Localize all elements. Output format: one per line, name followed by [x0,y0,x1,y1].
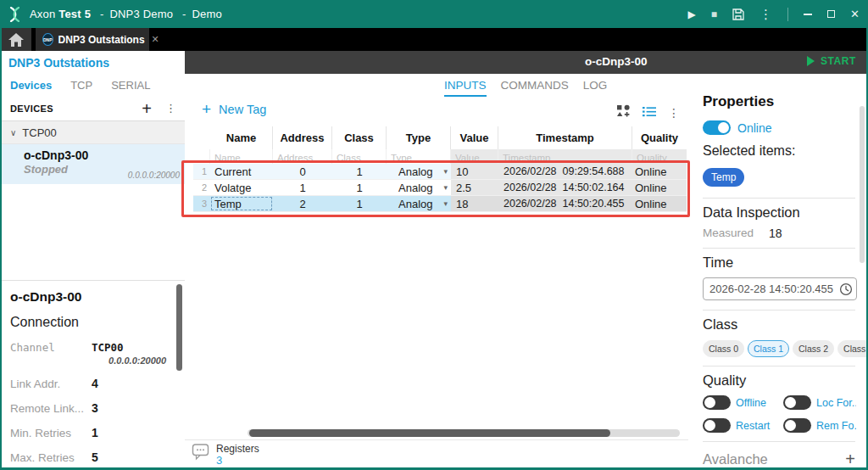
table-row[interactable]: 2 Volatge 1 1 Analog▾ 2.5 2026/02/28 14:… [193,180,687,196]
cell-name[interactable]: Volatge [210,180,273,195]
measured-value: 18 [769,227,782,240]
offline-toggle[interactable] [703,395,731,410]
loc-forced-toggle[interactable] [783,395,811,410]
tab-inputs[interactable]: INPUTS [444,79,487,97]
cell-class[interactable]: 1 [332,180,387,195]
titlebar-separator [787,8,788,21]
class-1-chip-selected[interactable]: Class 1 [748,340,789,357]
start-button[interactable]: START [807,55,856,67]
maximize-button[interactable] [827,10,835,18]
chevron-down-icon[interactable]: ∨ [10,128,16,137]
tab-dnp3-outstations[interactable]: DNP DNP3 Outstations ✕ [36,28,149,51]
run-button[interactable]: ▶ [688,9,696,20]
registers-table: Name Address Class Type Value Timestamp … [193,126,687,212]
menu-kebab-button[interactable]: ⋮ [760,8,772,20]
devices-header-label: DEVICES [10,104,53,114]
properties-scrollbar[interactable] [860,106,865,263]
cell-type-dropdown[interactable]: Analog▾ [387,164,451,179]
cell-type-dropdown[interactable]: Analog▾ [387,196,451,211]
col-header-timestamp[interactable]: Timestamp [498,126,632,149]
class-0-chip[interactable]: Class 0 [703,340,744,357]
restart-toggle[interactable] [703,418,731,433]
stop-button[interactable]: ■ [711,9,717,20]
statusbar: Registers 3 [185,439,688,467]
add-device-button[interactable]: + [142,100,152,117]
selected-items-label: Selected items: [703,143,855,159]
horizontal-scrollbar[interactable] [248,429,680,437]
registers-count-value[interactable]: 3 [216,454,259,467]
detail-row: Min. Retries1 [10,426,176,439]
tab-devices[interactable]: Devices [10,79,52,92]
avalanche-add-icon[interactable]: + [845,450,855,467]
class-chip-group: Class 0 Class 1 Class 2 Class 3 [703,340,855,357]
filter-quality-input[interactable] [632,151,687,165]
tab-tcp[interactable]: TCP [70,79,92,92]
clock-icon[interactable] [839,283,853,296]
sidebar-scrollbar[interactable] [176,284,182,371]
save-button[interactable] [732,8,744,20]
col-header-type[interactable]: Type [387,126,451,149]
table-row[interactable]: 1 Current 0 1 Analog▾ 10 2026/02/28 09:2… [193,164,687,180]
cell-name[interactable]: Current [210,164,273,179]
devices-kebab-button[interactable]: ⋮ [165,102,176,115]
col-header-address[interactable]: Address [273,126,332,149]
device-header-bar: o-cDnp3-00 START [185,51,866,74]
sidebar-tabs: Devices TCP SERIAL [2,74,185,96]
class-2-chip[interactable]: Class 2 [793,340,834,357]
cell-name[interactable]: Temp [210,196,273,211]
app-logo-icon [8,7,21,22]
cell-address[interactable]: 2 [273,196,332,211]
col-header-quality[interactable]: Quality [632,126,687,149]
table-row-selected[interactable]: 3 Temp 2 1 Analog▾ 18 2026/02/28 14:50:2… [193,196,687,212]
selected-chip-temp[interactable]: Temp [703,168,744,187]
window-title: Axon Test 5 -DNP3 Demo -Demo [30,8,222,20]
rem-forced-toggle[interactable] [783,418,811,433]
tag-types-button[interactable] [616,104,631,121]
cell-value[interactable]: 10 [451,164,498,179]
dropdown-arrow-icon: ▾ [443,183,448,192]
cell-class[interactable]: 1 [332,196,387,211]
sidebar: DNP3 Outstations Devices TCP SERIAL DEVI… [2,51,185,467]
device-item-selected[interactable]: o-cDnp3-00 Stopped 0.0.0.0:20000 [2,144,185,184]
channel-node-tcp00[interactable]: ∨ TCP00 [2,121,185,144]
detail-row: Max. Retries5 [10,450,176,464]
col-header-value[interactable]: Value [451,126,498,149]
home-button[interactable] [0,28,31,51]
cell-class[interactable]: 1 [332,164,387,179]
col-header-class[interactable]: Class [332,126,387,149]
minimize-button[interactable] [804,14,812,15]
filter-class-input[interactable] [332,151,386,165]
cell-address[interactable]: 0 [273,164,332,179]
filter-type-input[interactable] [387,151,450,165]
tab-log[interactable]: LOG [583,79,608,97]
measured-row: Measured 18 [703,227,855,240]
filter-address-input[interactable] [273,151,331,165]
new-tag-button[interactable]: + New Tag [202,101,266,117]
time-input[interactable] [709,283,839,295]
tab-serial[interactable]: SERIAL [111,79,150,92]
cell-value[interactable]: 2.5 [451,180,498,195]
device-detail-panel: o-cDnp3-00 Connection Channel TCP00 0.0.… [2,280,185,467]
tab-commands[interactable]: COMMANDS [501,79,569,97]
table-kebab-button[interactable]: ⋮ [668,106,680,120]
online-toggle[interactable] [703,120,731,135]
dropdown-arrow-icon: ▾ [443,199,448,208]
cell-type-dropdown[interactable]: Analog▾ [387,180,451,195]
table-header-row: Name Address Class Type Value Timestamp … [193,126,687,149]
cell-address[interactable]: 1 [273,180,332,195]
horizontal-scrollbar-thumb[interactable] [249,429,610,437]
class-3-chip[interactable]: Class 3 [837,340,866,357]
avalanche-section[interactable]: Avalanche + [703,450,855,467]
filter-name-input[interactable] [210,151,272,165]
registers-count-label: Registers [216,443,259,455]
list-view-button[interactable] [643,105,656,120]
tab-close-icon[interactable]: ✕ [152,34,159,45]
filter-value-input[interactable] [451,151,498,165]
col-header-name[interactable]: Name [210,126,273,149]
filter-timestamp-input[interactable] [498,151,632,165]
channel-node-label: TCP00 [22,126,56,139]
cell-timestamp: 2026/02/28 14:50:02.164 [498,180,632,195]
properties-title: Properties [703,93,855,110]
close-button[interactable]: ✕ [850,8,860,20]
cell-value[interactable]: 18 [451,196,498,211]
